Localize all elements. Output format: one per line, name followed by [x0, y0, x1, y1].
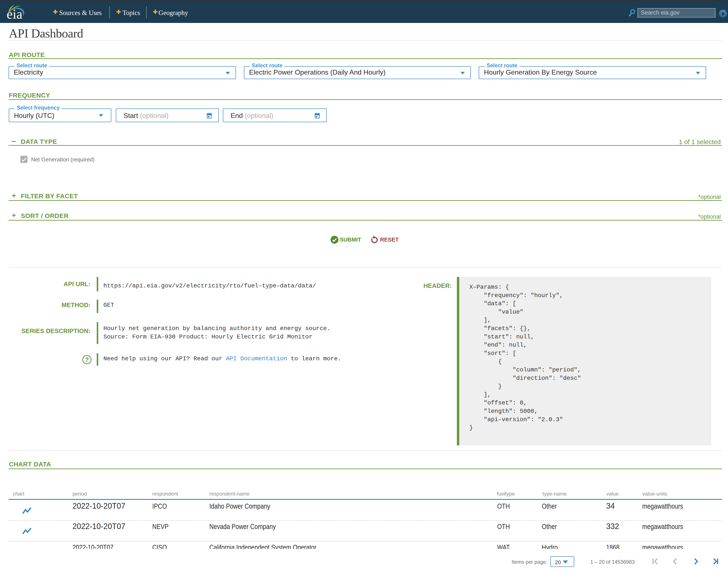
svg-text:?: ?: [85, 356, 89, 363]
svg-text:eia: eia: [7, 7, 22, 22]
